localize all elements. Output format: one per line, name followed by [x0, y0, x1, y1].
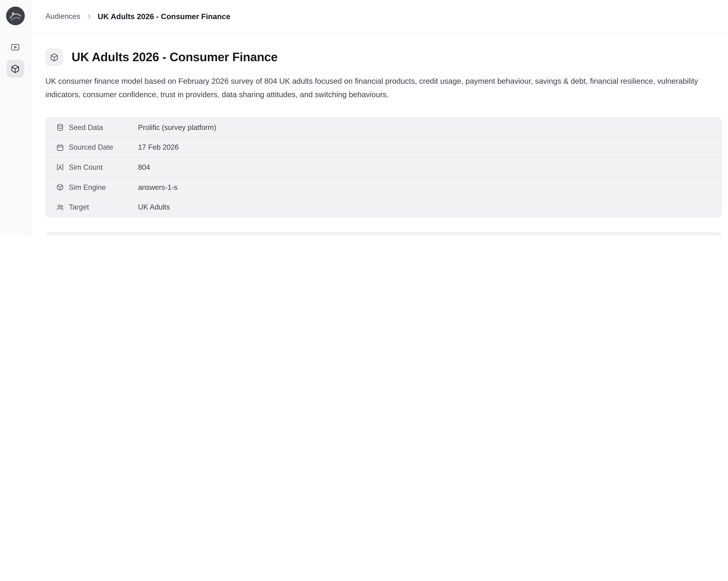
- sim-count-icon: [56, 163, 64, 171]
- database-icon: [56, 123, 64, 132]
- sidebar-item-audiences[interactable]: [6, 60, 24, 78]
- meta-value: Prolific (survey platform): [138, 123, 216, 132]
- monitor-play-icon: [10, 42, 20, 52]
- meta-value: answers-1-s: [138, 183, 178, 191]
- app: F Audiences UK Adults 2026 - Consumer Fi…: [0, 0, 728, 236]
- page-title: UK Adults 2026 - Consumer Finance: [72, 50, 278, 64]
- meta-label: Sourced Date: [69, 143, 138, 151]
- meta-row: Sourced Date 17 Feb 2026: [46, 137, 722, 157]
- main-area: Audiences UK Adults 2026 - Consumer Fina…: [31, 0, 728, 236]
- meta-label: Seed Data: [69, 123, 138, 132]
- meta-label: Target: [69, 203, 138, 211]
- meta-row: Target UK Adults: [46, 197, 722, 217]
- meta-row: Sim Count 804: [46, 157, 722, 177]
- breadcrumb: Audiences UK Adults 2026 - Consumer Fina…: [31, 0, 728, 33]
- app-logo-icon: [6, 7, 25, 25]
- sidebar-item-simulations[interactable]: [6, 38, 24, 56]
- meta-card: Seed Data Prolific (survey platform) Sou…: [45, 117, 722, 217]
- audience-cube-icon: [45, 49, 62, 66]
- calendar-icon: [56, 143, 64, 151]
- meta-row: Sim Engine answers-1-s: [46, 177, 722, 197]
- meta-value: UK Adults: [138, 203, 170, 211]
- page-description: UK consumer finance model based on Febru…: [45, 74, 722, 101]
- accuracy-section: ACCURACY ? Test Detail 1-MAE ? 90% RMSE …: [45, 232, 722, 236]
- app-logo[interactable]: [6, 7, 25, 25]
- meta-row: Seed Data Prolific (survey platform): [46, 118, 722, 137]
- audiences-cube-icon: [10, 64, 20, 74]
- chevron-right-icon: [85, 13, 93, 20]
- meta-value: 804: [138, 163, 150, 171]
- people-icon: [56, 203, 64, 211]
- sidebar-nav: [6, 38, 24, 78]
- title-row: UK Adults 2026 - Consumer Finance: [45, 49, 722, 66]
- meta-label: Sim Count: [69, 163, 138, 171]
- meta-value: 17 Feb 2026: [138, 143, 179, 151]
- breadcrumb-current: UK Adults 2026 - Consumer Finance: [98, 12, 230, 21]
- page-content: UK Adults 2026 - Consumer Finance UK con…: [31, 33, 728, 236]
- cube-icon: [56, 183, 64, 191]
- breadcrumb-audiences[interactable]: Audiences: [45, 12, 80, 21]
- meta-label: Sim Engine: [69, 183, 138, 191]
- sidebar: F: [0, 0, 31, 236]
